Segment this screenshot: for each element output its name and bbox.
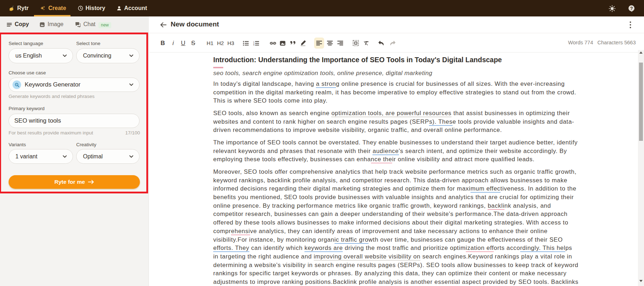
svg-text:?: ? bbox=[630, 6, 633, 11]
svg-text:3: 3 bbox=[253, 44, 254, 46]
